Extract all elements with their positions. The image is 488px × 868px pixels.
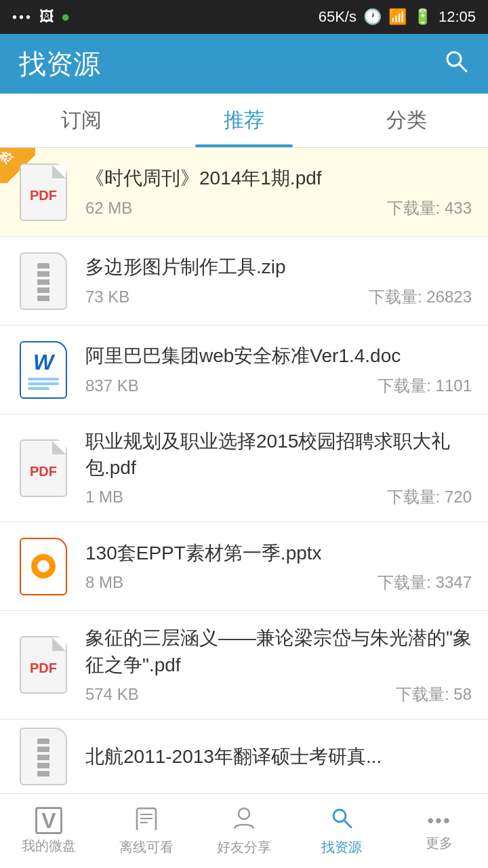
nav-label-share: 好友分享: [217, 838, 271, 856]
file-name: 北航2011-2013年翻译硕士考研真...: [85, 743, 472, 770]
time-display: 12:05: [439, 8, 476, 26]
tabs-bar: 订阅 推荐 分类: [0, 94, 488, 148]
file-info: 《时代周刊》2014年1期.pdf 62 MB 下载量: 433: [85, 165, 472, 218]
page-title: 找资源: [19, 45, 100, 83]
share-icon: [232, 806, 256, 835]
status-left: ••• 🖼 ●: [12, 8, 70, 26]
battery-icon: 🔋: [413, 8, 432, 26]
file-list: 热 PDF 《时代周刊》2014年1期.pdf 62 MB 下载量: 433 多…: [0, 148, 488, 794]
wechat-icon: ●: [61, 8, 70, 26]
file-downloads: 下载量: 720: [387, 486, 472, 508]
nav-label-mydisk: 我的微盘: [22, 837, 76, 855]
file-meta: 574 KB 下载量: 58: [85, 684, 472, 705]
file-meta: 837 KB 下载量: 1101: [85, 375, 472, 397]
file-icon-pptx: [16, 536, 70, 597]
file-icon-pdf: PDF: [16, 437, 70, 498]
file-item[interactable]: PDF 象征的三层涵义——兼论梁宗岱与朱光潜的"象征之争".pdf 574 KB…: [0, 611, 488, 719]
svg-point-6: [239, 808, 249, 819]
file-downloads: 下载量: 3347: [378, 572, 472, 593]
nav-item-more[interactable]: ••• 更多: [390, 794, 488, 868]
file-downloads: 下载量: 433: [387, 197, 472, 219]
file-icon-zip: [16, 250, 70, 311]
file-info: 130套EPPT素材第一季.pptx 8 MB 下载量: 3347: [85, 540, 472, 593]
file-item[interactable]: 130套EPPT素材第一季.pptx 8 MB 下载量: 3347: [0, 522, 488, 611]
more-icon: •••: [427, 810, 451, 831]
file-info: 多边形图片制作工具.zip 73 KB 下载量: 26823: [85, 254, 472, 307]
nav-label-more: 更多: [426, 834, 453, 852]
nav-label-find: 找资源: [321, 838, 362, 856]
nav-item-offline[interactable]: 离线可看: [98, 794, 195, 868]
file-info: 阿里巴巴集团web安全标准Ver1.4.doc 837 KB 下载量: 1101: [85, 342, 472, 396]
file-meta: 1 MB 下载量: 720: [85, 486, 472, 508]
nav-label-offline: 离线可看: [119, 838, 174, 856]
search-button[interactable]: [443, 48, 469, 80]
file-item[interactable]: 热 PDF 《时代周刊》2014年1期.pdf 62 MB 下载量: 433: [0, 148, 488, 237]
file-name: 《时代周刊》2014年1期.pdf: [85, 165, 472, 191]
file-info: 北航2011-2013年翻译硕士考研真...: [85, 743, 472, 770]
file-size: 1 MB: [85, 488, 123, 507]
file-icon-doc: W: [16, 339, 70, 400]
file-size: 8 MB: [85, 573, 123, 592]
svg-line-8: [344, 821, 351, 827]
file-name: 象征的三层涵义——兼论梁宗岱与朱光潜的"象征之争".pdf: [85, 625, 472, 677]
nav-item-find[interactable]: 找资源: [293, 794, 390, 868]
tab-subscribe[interactable]: 订阅: [0, 94, 163, 147]
bottom-nav: V 我的微盘 离线可看 好友分享 找资: [0, 793, 488, 868]
file-name: 多边形图片制作工具.zip: [85, 254, 472, 280]
signal-dots: •••: [12, 9, 33, 25]
file-info: 职业规划及职业选择2015校园招聘求职大礼包.pdf 1 MB 下载量: 720: [85, 428, 472, 508]
status-bar: ••• 🖼 ● 65K/s 🕐 📶 🔋 12:05: [0, 0, 488, 34]
file-size: 574 KB: [85, 685, 139, 704]
file-item[interactable]: 多边形图片制作工具.zip 73 KB 下载量: 26823: [0, 237, 488, 326]
file-size: 73 KB: [85, 288, 129, 307]
file-size: 837 KB: [85, 376, 139, 395]
file-meta: 73 KB 下载量: 26823: [85, 286, 472, 308]
file-item[interactable]: W 阿里巴巴集团web安全标准Ver1.4.doc 837 KB 下载量: 11…: [0, 326, 488, 414]
file-downloads: 下载量: 58: [396, 684, 472, 705]
file-name: 阿里巴巴集团web安全标准Ver1.4.doc: [85, 342, 472, 369]
mydisk-icon: V: [35, 807, 62, 834]
file-item[interactable]: PDF 职业规划及职业选择2015校园招聘求职大礼包.pdf 1 MB 下载量:…: [0, 414, 488, 522]
nav-item-mydisk[interactable]: V 我的微盘: [0, 794, 98, 868]
file-name: 职业规划及职业选择2015校园招聘求职大礼包.pdf: [85, 428, 472, 481]
status-right: 65K/s 🕐 📶 🔋 12:05: [319, 8, 476, 26]
clock-icon: 🕐: [363, 8, 382, 26]
file-icon-pdf: PDF: [16, 161, 70, 222]
file-meta: 62 MB 下载量: 433: [85, 197, 472, 219]
file-icon-pdf: PDF: [16, 635, 70, 696]
file-downloads: 下载量: 1101: [378, 375, 472, 397]
tab-recommend[interactable]: 推荐: [163, 94, 325, 147]
file-icon-zip: [16, 726, 70, 787]
offline-icon: [134, 806, 159, 835]
svg-line-1: [459, 64, 466, 71]
tab-category[interactable]: 分类: [325, 94, 488, 147]
find-icon: [329, 806, 354, 835]
file-item[interactable]: 北航2011-2013年翻译硕士考研真...: [0, 719, 488, 794]
file-meta: 8 MB 下载量: 3347: [85, 572, 472, 593]
file-name: 130套EPPT素材第一季.pptx: [85, 540, 472, 566]
file-size: 62 MB: [85, 199, 132, 218]
app-header: 找资源: [0, 34, 488, 94]
network-speed: 65K/s: [319, 8, 357, 26]
wifi-icon: 📶: [388, 8, 407, 26]
file-downloads: 下载量: 26823: [369, 286, 472, 308]
file-info: 象征的三层涵义——兼论梁宗岱与朱光潜的"象征之争".pdf 574 KB 下载量…: [85, 625, 472, 705]
image-icon: 🖼: [39, 8, 54, 26]
nav-item-share[interactable]: 好友分享: [195, 794, 293, 868]
